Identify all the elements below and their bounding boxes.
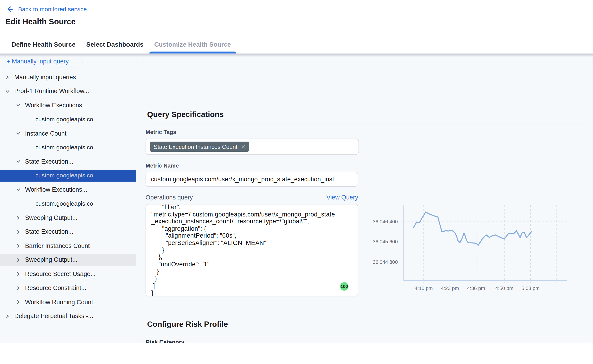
tree-item-label: Sweeping Output...	[25, 256, 78, 263]
metric-name-label: Metric Name	[145, 162, 179, 169]
tab-label: Define Health Source	[12, 41, 75, 48]
chevron-down-icon[interactable]	[5, 89, 9, 93]
chevron-down-icon[interactable]	[16, 103, 20, 107]
tab-select-dashboards[interactable]: Select Dashboards	[86, 35, 143, 53]
tree-branch-row[interactable]: Barrier Instances Count	[0, 240, 136, 252]
operations-query-textarea[interactable]: "filter": "metric.type=\"custom.googleap…	[145, 204, 358, 296]
x-axis-tick-label: 4:36 pm	[462, 285, 491, 291]
x-axis-tick-label: 5:03 pm	[516, 285, 545, 291]
tree-branch-row[interactable]: Delegate Perpetual Tasks -...	[0, 310, 136, 322]
y-axis-tick-label: 36 046 400	[362, 219, 398, 225]
tree-item-label: Instance Count	[25, 130, 66, 137]
tree-item-label: custom.googleapis.co	[35, 116, 102, 123]
tree-item-label: Sweeping Output...	[25, 214, 78, 221]
tree-leaf-row[interactable]: custom.googleapis.co	[0, 113, 136, 125]
tree-item-label: Workflow Running Count	[25, 299, 93, 306]
x-axis-tick-label: 4:10 pm	[409, 285, 438, 291]
chevron-right-icon[interactable]	[16, 286, 20, 290]
operations-query-text: "filter": "metric.type=\"custom.googleap…	[151, 204, 352, 296]
chip-close-icon[interactable]: ✕	[241, 144, 246, 149]
tree-branch-row[interactable]: Workflow Executions...	[0, 99, 136, 111]
tab-customize-health-source[interactable]: Customize Health Source	[154, 35, 231, 53]
x-axis-tick-label: 4:23 pm	[435, 285, 464, 291]
metric-tags-input[interactable]: State Execution Instances Count ✕	[145, 139, 359, 155]
edit-health-source-page: Back to monitored service Edit Health So…	[0, 0, 593, 364]
metric-tree: Manually input queriesProd-1 Runtime Wor…	[0, 71, 136, 324]
chevron-right-icon[interactable]	[16, 244, 20, 248]
page-header: Back to monitored service Edit Health So…	[0, 0, 593, 35]
metric-preview-chart: 36 046 40036 045 60036 044 8004:10 pm4:2…	[362, 202, 593, 298]
view-query-link[interactable]: View Query	[313, 194, 358, 201]
operations-query-label: Operations query	[145, 194, 193, 201]
metric-name-input[interactable]	[145, 172, 358, 187]
tree-branch-row[interactable]: Instance Count	[0, 128, 136, 139]
chevron-right-icon[interactable]	[16, 300, 20, 304]
section-divider	[145, 336, 588, 336]
wizard-tabs: Define Health SourceSelect DashboardsCus…	[0, 35, 593, 53]
tree-branch-row[interactable]: Prod-1 Runtime Workflow...	[0, 85, 136, 97]
metric-tags-label: Metric Tags	[145, 129, 176, 135]
tree-item-label: custom.googleapis.co	[35, 200, 102, 207]
chevron-right-icon[interactable]	[16, 272, 20, 276]
tree-branch-row[interactable]: Sweeping Output...	[0, 254, 136, 266]
tree-branch-row[interactable]: Resource Secret Usage...	[0, 268, 136, 280]
tree-branch-row[interactable]: State Execution...	[0, 226, 136, 238]
metric-tree-sidebar: + Manually input query Manually input qu…	[0, 53, 137, 342]
line-chart-svg	[362, 205, 571, 288]
chevron-right-icon[interactable]	[16, 215, 20, 220]
y-axis-tick-label: 36 045 600	[362, 239, 398, 245]
tree-item-label: State Execution...	[25, 158, 73, 165]
back-to-monitored-service-link[interactable]: Back to monitored service	[6, 5, 87, 13]
chevron-right-icon[interactable]	[5, 75, 9, 79]
tree-item-label: Barrier Instances Count	[25, 242, 90, 249]
metric-tag-chip[interactable]: State Execution Instances Count ✕	[150, 142, 249, 152]
tree-branch-row[interactable]: Manually input queries	[0, 71, 136, 83]
y-axis-tick-label: 36 044 800	[362, 259, 398, 265]
metric-tag-chip-label: State Execution Instances Count	[154, 143, 237, 150]
tree-item-label: Resource Constraint...	[25, 285, 86, 291]
tree-item-label: custom.googleapis.co	[35, 144, 102, 151]
tree-branch-row[interactable]: Sweeping Output...	[0, 212, 136, 224]
chevron-down-icon[interactable]	[16, 131, 20, 135]
tree-item-label: Workflow Executions...	[25, 186, 87, 193]
x-axis-tick-label: 4:50 pm	[490, 285, 519, 291]
content-area: + Manually input query Manually input qu…	[0, 53, 593, 342]
tree-item-label: custom.googleapis.co	[35, 172, 102, 179]
tree-leaf-row[interactable]: custom.googleapis.co	[0, 198, 136, 210]
tree-leaf-row[interactable]: custom.googleapis.co	[0, 169, 136, 182]
chevron-down-icon[interactable]	[16, 159, 20, 164]
tab-define-health-source[interactable]: Define Health Source	[12, 35, 75, 53]
tab-label: Select Dashboards	[86, 41, 143, 48]
chevron-down-icon[interactable]	[16, 188, 20, 192]
page-title: Edit Health Source	[5, 17, 75, 26]
chevron-right-icon[interactable]	[16, 230, 20, 234]
tree-branch-row[interactable]: Resource Constraint...	[0, 282, 136, 294]
section-divider	[145, 124, 588, 124]
tree-leaf-row[interactable]: custom.googleapis.co	[0, 142, 136, 154]
tree-branch-row[interactable]: Workflow Running Count	[0, 296, 136, 308]
tree-item-label: Manually input queries	[14, 74, 76, 81]
metric-line-series	[414, 212, 532, 245]
query-specifications-title: Query Specifications	[147, 110, 224, 119]
chevron-right-icon[interactable]	[16, 258, 20, 262]
chevron-right-icon[interactable]	[5, 314, 9, 318]
tab-label: Customize Health Source	[154, 41, 231, 48]
tree-branch-row[interactable]: State Execution...	[0, 156, 136, 168]
back-link-label: Back to monitored service	[18, 6, 87, 13]
tree-item-label: Workflow Executions...	[25, 102, 87, 109]
tree-branch-row[interactable]: Workflow Executions...	[0, 184, 136, 195]
manually-input-query-button[interactable]: + Manually input query	[4, 56, 83, 67]
records-count-badge: 100	[340, 282, 348, 291]
main-panel: Query Specifications Metric Tags State E…	[137, 53, 593, 342]
tree-item-label: State Execution...	[25, 228, 73, 235]
tree-item-label: Delegate Perpetual Tasks -...	[14, 312, 93, 319]
page-footer: ❮ Previous ❯ Submit	[0, 342, 593, 364]
configure-risk-profile-title: Configure Risk Profile	[147, 320, 228, 329]
tree-item-label: Prod-1 Runtime Workflow...	[14, 88, 89, 95]
tree-item-label: Resource Secret Usage...	[25, 271, 96, 277]
arrow-left-icon	[6, 5, 13, 13]
